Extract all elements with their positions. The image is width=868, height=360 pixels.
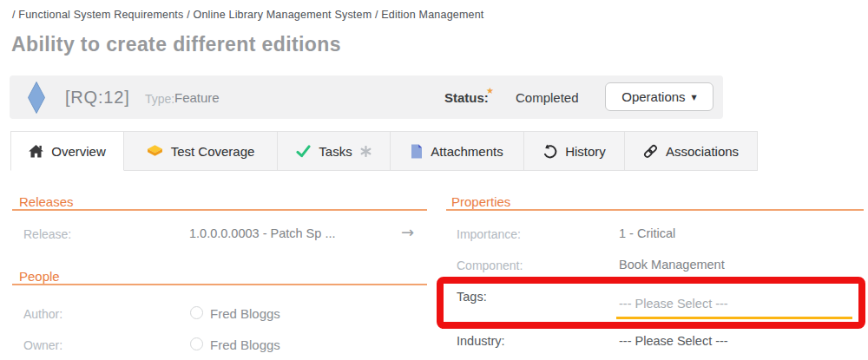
owner-value: Fred Bloggs: [210, 337, 280, 352]
type-value: Feature: [174, 90, 220, 105]
properties-section-title: Properties: [451, 194, 510, 209]
tab-associations[interactable]: Associations: [625, 131, 758, 171]
releases-section-title: Releases: [19, 194, 74, 209]
component-label: Component:: [457, 259, 523, 272]
author-value: Fred Bloggs: [210, 306, 280, 321]
people-section-title: People: [19, 269, 60, 284]
artifact-id: [RQ:12]: [65, 88, 130, 108]
release-navigate-arrow-icon[interactable]: →: [401, 223, 414, 241]
tab-history-label: History: [565, 144, 606, 159]
author-avatar-circle-icon: [190, 306, 203, 319]
tags-focus-underline: [616, 317, 852, 319]
tab-test-coverage[interactable]: Test Coverage: [124, 131, 278, 171]
tab-overview-label: Overview: [51, 144, 106, 159]
releases-section-underline: [12, 209, 427, 211]
importance-value: 1 - Critical: [619, 226, 675, 240]
layers-icon: [147, 145, 163, 157]
history-icon: [542, 144, 557, 159]
tab-tasks-label: Tasks: [319, 144, 352, 159]
release-value[interactable]: 1.0.0.0.0003 - Patch Sp ...: [189, 226, 335, 240]
operations-button[interactable]: Operations ▼: [605, 82, 713, 111]
tags-select[interactable]: --- Please Select ---: [619, 297, 728, 311]
status-label: Status:: [444, 90, 489, 105]
industry-label: Industry:: [457, 334, 505, 348]
component-value: Book Management: [619, 258, 725, 272]
page-title: Ability to create different editions: [11, 33, 341, 56]
industry-select[interactable]: --- Please Select ---: [619, 334, 728, 348]
link-icon: [643, 144, 658, 159]
type-label: Type:: [145, 92, 174, 106]
asterisk-icon: [360, 146, 372, 157]
tab-attachments[interactable]: Attachments: [391, 131, 524, 171]
check-icon: [296, 145, 311, 158]
status-value: Completed: [516, 90, 579, 105]
file-icon: [411, 144, 423, 159]
tab-tasks[interactable]: Tasks: [278, 131, 391, 171]
author-label: Author:: [23, 307, 62, 321]
properties-section-underline: [446, 209, 864, 211]
tab-attachments-label: Attachments: [431, 144, 503, 159]
tab-test-coverage-label: Test Coverage: [171, 144, 255, 159]
operations-button-label: Operations: [621, 89, 685, 104]
tab-strip: Overview Test Coverage Tasks Attachments: [10, 131, 758, 171]
tab-history[interactable]: History: [524, 131, 625, 171]
tab-associations-label: Associations: [666, 144, 739, 159]
tab-overview[interactable]: Overview: [10, 131, 124, 171]
importance-label: Importance:: [457, 227, 521, 241]
required-star-icon: ★: [486, 86, 494, 95]
requirement-diamond-icon: [28, 82, 45, 114]
people-section-underline: [12, 284, 427, 285]
breadcrumb[interactable]: / Functional System Requirements / Onlin…: [12, 9, 484, 21]
requirement-details-page: / Functional System Requirements / Onlin…: [0, 0, 868, 360]
tags-label: Tags:: [457, 290, 487, 304]
chevron-down-icon: ▼: [692, 92, 697, 101]
release-label: Release:: [23, 227, 71, 241]
owner-avatar-circle-icon: [190, 337, 203, 350]
home-icon: [29, 145, 43, 158]
owner-label: Owner:: [23, 338, 62, 352]
